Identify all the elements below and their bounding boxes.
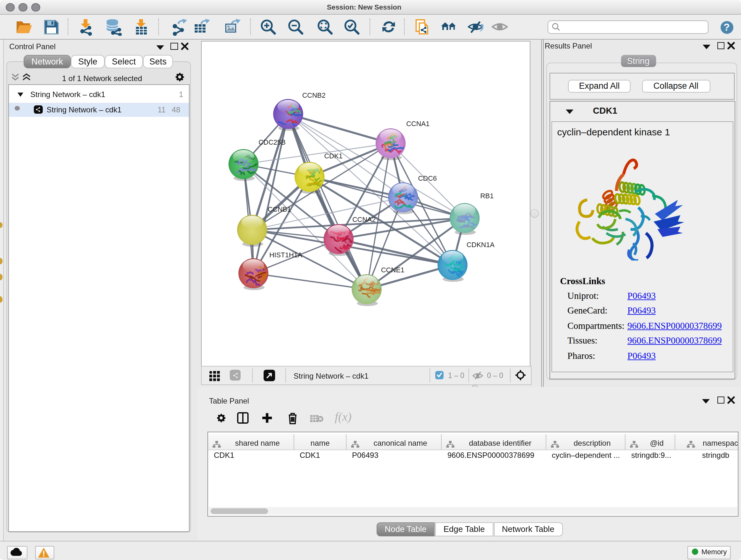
svg-text:CCNA2: CCNA2 <box>352 215 376 223</box>
svg-text:CDC25B: CDC25B <box>259 138 286 146</box>
svg-text:CCNA1: CCNA1 <box>406 119 429 127</box>
svg-text:RB1: RB1 <box>480 192 494 199</box>
svg-text:CDKN1A: CDKN1A <box>467 240 495 248</box>
svg-text:HIST1H1A: HIST1H1A <box>269 251 302 259</box>
svg-text:CDK1: CDK1 <box>324 152 343 160</box>
svg-text:CDC6: CDC6 <box>418 174 437 182</box>
svg-text:CCNB2: CCNB2 <box>302 91 326 99</box>
svg-text:CCNB1: CCNB1 <box>268 205 291 213</box>
svg-text:CCNE1: CCNE1 <box>381 266 404 273</box>
